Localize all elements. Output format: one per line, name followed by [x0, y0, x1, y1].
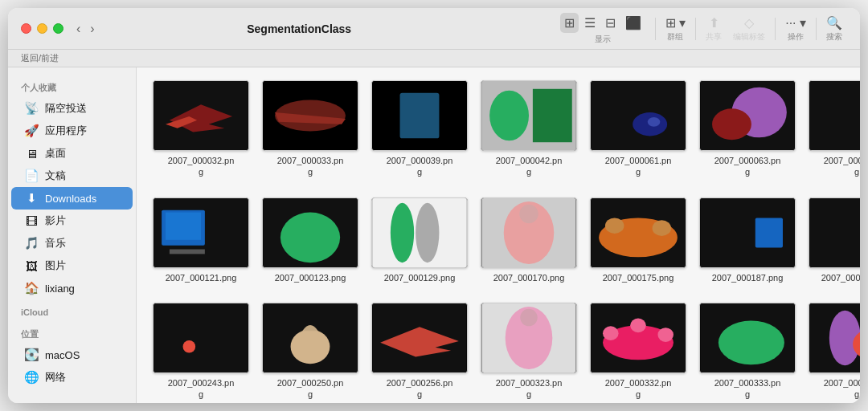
file-item-4[interactable]: 2007_000042.png [477, 77, 580, 181]
file-name-13: 2007_000187.png [712, 272, 784, 283]
file-item-17[interactable]: 2007_000256.png [368, 299, 471, 403]
file-item-1[interactable]: 2007_000032.png [149, 77, 252, 181]
file-name-6: 2007_000063.png [714, 155, 781, 178]
search-tool[interactable]: 🔍 搜索 [821, 14, 847, 44]
sidebar-label-lixiang: lixiang [45, 283, 75, 295]
svg-point-7 [489, 91, 529, 141]
sidebar-item-downloads[interactable]: ⬇ Downloads [11, 187, 133, 210]
sidebar-item-airdrop[interactable]: 📡 隔空投送 [11, 97, 133, 120]
sidebar-label-macos: macOS [45, 349, 80, 361]
music-icon: 🎵 [24, 236, 39, 250]
svg-point-21 [280, 212, 340, 262]
content-area: 个人收藏 📡 隔空投送 🚀 应用程序 🖥 桌面 📄 文稿 ⬇ Downloads [8, 67, 860, 403]
sidebar-item-network[interactable]: 🌐 网络 [11, 366, 133, 389]
titlebar: ‹ › SegmentationClass ⊞ ☰ ⊟ ⬛ 显示 ⊞ ▾ 群组 [8, 8, 860, 50]
group-tool[interactable]: ⊞ ▾ 群组 [661, 14, 690, 44]
svg-rect-34 [755, 218, 783, 247]
share-icon: ⬆ [709, 15, 719, 31]
desktop-icon: 🖥 [24, 147, 39, 161]
actions-tool[interactable]: ··· ▾ 操作 [780, 14, 811, 44]
file-item-10[interactable]: 2007_000129.png [368, 194, 471, 287]
sidebar-label-airdrop: 隔空投送 [45, 101, 87, 116]
sidebar-item-docs[interactable]: 📄 文稿 [11, 165, 133, 187]
file-name-5: 2007_000061.png [605, 155, 672, 178]
icon-view-button[interactable]: ⊞ [560, 13, 579, 33]
file-item-5[interactable]: 2007_000061.png [587, 77, 690, 181]
sidebar-item-macos[interactable]: 💽 macOS [11, 344, 133, 366]
file-item-2[interactable]: 2007_000033.png [259, 77, 362, 181]
svg-point-37 [183, 340, 196, 353]
file-name-19: 2007_000332.png [605, 377, 672, 401]
file-name-17: 2007_000256.png [387, 377, 453, 401]
sidebar-item-lixiang[interactable]: 🏠 lixiang [11, 277, 133, 299]
sidebar-item-movies[interactable]: 🎞 影片 [11, 210, 133, 232]
svg-point-14 [712, 108, 751, 140]
file-item-20[interactable]: 2007_000333.png [696, 299, 799, 403]
svg-point-43 [520, 309, 538, 327]
file-thumb-9 [262, 197, 358, 268]
svg-rect-19 [170, 249, 205, 254]
file-item-7[interactable]: 2007_000068.png [805, 77, 860, 181]
actions-label: 操作 [788, 31, 804, 43]
sidebar: 个人收藏 📡 隔空投送 🚀 应用程序 🖥 桌面 📄 文稿 ⬇ Downloads [8, 67, 137, 403]
file-thumb-11 [481, 197, 577, 268]
file-item-6[interactable]: 2007_000063.png [696, 77, 799, 181]
file-item-8[interactable]: 2007_000121.png [149, 194, 252, 287]
file-thumb-17 [371, 303, 468, 373]
file-item-16[interactable]: 2007_000250.png [259, 299, 362, 403]
file-item-11[interactable]: 2007_000170.png [477, 194, 580, 287]
file-name-21: 2007_000346.png [824, 377, 860, 401]
file-thumb-21 [809, 303, 860, 373]
file-thumb-12 [590, 197, 686, 268]
file-item-9[interactable]: 2007_000123.png [259, 194, 362, 287]
file-name-12: 2007_000175.png [603, 272, 674, 283]
file-thumb-14 [809, 197, 860, 268]
file-item-15[interactable]: 2007_000243.png [149, 299, 252, 403]
file-thumb-13 [699, 197, 796, 268]
finder-window: ‹ › SegmentationClass ⊞ ☰ ⊟ ⬛ 显示 ⊞ ▾ 群组 [8, 8, 860, 403]
sidebar-label-network: 网络 [45, 370, 66, 385]
file-thumb-3 [371, 80, 468, 151]
sidebar-item-desktop[interactable]: 🖥 桌面 [11, 142, 133, 165]
sidebar-item-photos[interactable]: 🖼 图片 [11, 254, 133, 277]
list-view-button[interactable]: ☰ [580, 13, 600, 33]
close-button[interactable] [21, 23, 31, 34]
svg-rect-18 [166, 212, 201, 239]
column-view-button[interactable]: ⊟ [601, 13, 620, 33]
search-label: 搜索 [826, 31, 842, 43]
sidebar-label-music: 音乐 [45, 236, 66, 250]
file-item-19[interactable]: 2007_000332.png [587, 299, 690, 403]
share-tool[interactable]: ⬆ 共享 [701, 14, 727, 44]
file-item-3[interactable]: 2007_000039.png [368, 77, 471, 181]
view-group: ⊞ ☰ ⊟ ⬛ 显示 [555, 11, 650, 47]
file-item-14[interactable]: 2007_000241.png [805, 194, 860, 287]
file-item-13[interactable]: 2007_000187.png [696, 194, 799, 287]
file-name-4: 2007_000042.png [496, 155, 563, 178]
svg-point-11 [648, 117, 661, 127]
favorites-section-title: 个人收藏 [8, 74, 136, 97]
breadcrumb-text: 返回/前进 [21, 53, 59, 63]
sidebar-item-apps[interactable]: 🚀 应用程序 [11, 120, 133, 142]
actions-icon: ··· ▾ [785, 15, 806, 31]
svg-point-50 [719, 320, 784, 364]
file-item-21[interactable]: 2007_000346.png [805, 299, 860, 403]
file-thumb-10 [371, 197, 468, 268]
svg-point-28 [519, 204, 538, 222]
sidebar-label-downloads: Downloads [45, 193, 96, 205]
file-thumb-7 [809, 80, 860, 151]
file-item-12[interactable]: 2007_000175.png [587, 194, 690, 287]
file-name-11: 2007_000170.png [493, 272, 565, 283]
sidebar-item-music[interactable]: 🎵 音乐 [11, 232, 133, 254]
sidebar-label-docs: 文稿 [45, 169, 66, 183]
svg-point-48 [630, 318, 646, 332]
separator3 [775, 18, 776, 40]
airdrop-icon: 📡 [24, 101, 39, 116]
file-item-18[interactable]: 2007_000323.png [477, 299, 580, 403]
icloud-section-title: iCloud [8, 299, 136, 320]
movies-icon: 🎞 [24, 214, 39, 228]
svg-rect-8 [533, 89, 572, 142]
file-name-16: 2007_000250.png [277, 377, 344, 401]
file-thumb-5 [590, 80, 686, 151]
gallery-view-button[interactable]: ⬛ [621, 13, 645, 33]
edit-tags-tool[interactable]: ◇ 编辑标签 [728, 14, 770, 44]
